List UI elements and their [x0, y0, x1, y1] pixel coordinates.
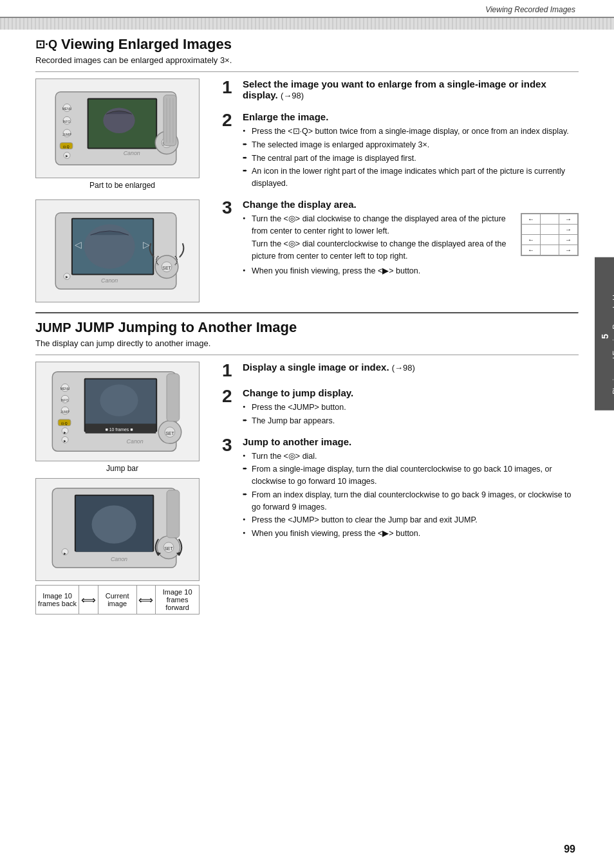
- camera-image-3: ■ 10 frames ■ MENU INFO. JUMP ⊡·Q: [35, 362, 200, 461]
- section1-subtitle: Recorded images can be enlarged approxim…: [35, 55, 579, 65]
- svg-text:INFO.: INFO.: [62, 120, 71, 124]
- svg-text:■ 10 frames ■: ■ 10 frames ■: [106, 427, 133, 432]
- section2-step1: 1 Display a single image or index. (→98): [222, 362, 579, 380]
- svg-text:SET: SET: [165, 431, 174, 436]
- section1-left: MENU INFO. JUMP ⊡·Q ▶: [35, 78, 209, 302]
- svg-text:SET: SET: [164, 546, 173, 551]
- svg-text:◁: ◁: [75, 239, 82, 250]
- camera-image-2: ◁ ▷ SET Canon ▶: [35, 199, 200, 302]
- camera1-label: Part to be enlarged: [35, 181, 209, 190]
- side-tab-number: 5: [599, 279, 611, 394]
- svg-point-37: [100, 385, 138, 416]
- section1-content: MENU INFO. JUMP ⊡·Q ▶: [35, 78, 579, 302]
- svg-text:▶: ▶: [64, 552, 66, 555]
- svg-text:▶: ▶: [66, 154, 68, 158]
- camera3-label: Jump bar: [35, 464, 209, 473]
- svg-text:SET: SET: [162, 266, 171, 270]
- section1-step3: 3 Change the display area. ← →: [222, 199, 579, 279]
- svg-text:⊡·Q: ⊡·Q: [63, 145, 69, 149]
- page-number: 99: [564, 844, 575, 855]
- side-tab: 5 Playing and Erasing Recorded Images: [595, 257, 614, 411]
- svg-rect-56: [167, 374, 180, 421]
- section2-step2: 2 Change to jump display. Press the <JUM…: [222, 387, 579, 429]
- svg-text:MENU: MENU: [62, 107, 72, 111]
- jump-bar-diagram: Image 10frames back ⟺ Currentimage ⟺ Ima…: [35, 585, 209, 614]
- section1: ⊡·Q Viewing Enlarged Images Recorded ima…: [35, 36, 579, 302]
- section1-title: ⊡·Q Viewing Enlarged Images: [35, 36, 579, 53]
- section1-icon: ⊡·Q: [35, 37, 57, 51]
- section-separator: [35, 312, 579, 314]
- svg-text:Canon: Canon: [127, 438, 144, 445]
- section2-step3: 3 Jump to another image. Turn the <◎> di…: [222, 436, 579, 541]
- svg-text:JUMP: JUMP: [60, 411, 70, 414]
- section1-step2: 2 Enlarge the image. Press the <⊡·Q> but…: [222, 111, 579, 191]
- svg-rect-69: [167, 490, 180, 538]
- camera-image-1: MENU INFO. JUMP ⊡·Q ▶: [35, 78, 200, 178]
- svg-text:MENU: MENU: [60, 387, 70, 391]
- section1-divider: [35, 71, 579, 72]
- section1-steps: 1 Select the image you want to enlarge f…: [222, 78, 579, 302]
- side-tab-label: Playing and Erasing Recorded Images: [611, 273, 614, 394]
- page-header: Viewing Recorded Images: [0, 0, 614, 18]
- section2-icon: JUMP: [35, 320, 71, 335]
- section2-subtitle: The display can jump directly to another…: [35, 338, 579, 348]
- svg-text:Canon: Canon: [111, 556, 127, 562]
- header-bar: [0, 18, 614, 30]
- svg-text:JUMP: JUMP: [62, 133, 71, 136]
- svg-text:▶: ▶: [64, 431, 66, 434]
- section2-content: ■ 10 frames ■ MENU INFO. JUMP ⊡·Q: [35, 362, 579, 614]
- camera-image-4: Canon SET ▶: [35, 478, 200, 581]
- section2-left: ■ 10 frames ■ MENU INFO. JUMP ⊡·Q: [35, 362, 209, 614]
- section2-steps: 1 Display a single image or index. (→98)…: [222, 362, 579, 614]
- svg-text:⊡·Q: ⊡·Q: [61, 422, 67, 425]
- svg-text:▶: ▶: [66, 275, 68, 279]
- svg-text:INFO.: INFO.: [61, 399, 70, 402]
- svg-text:Canon: Canon: [101, 277, 118, 284]
- section2: JUMP JUMP Jumping to Another Image The d…: [35, 319, 579, 614]
- section1-step1: 1 Select the image you want to enlarge f…: [222, 78, 579, 104]
- section2-title: JUMP JUMP Jumping to Another Image: [35, 319, 579, 336]
- svg-text:▶: ▶: [64, 439, 66, 443]
- svg-text:Canon: Canon: [124, 150, 140, 156]
- svg-point-60: [92, 505, 136, 543]
- section2-divider: [35, 355, 579, 355]
